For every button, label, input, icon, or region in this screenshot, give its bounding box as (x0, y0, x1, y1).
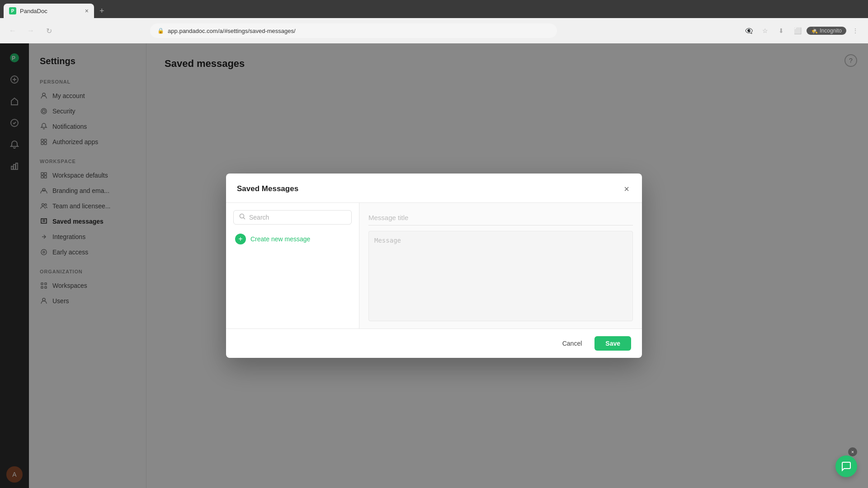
create-new-label: Create new message (250, 235, 310, 243)
incognito-badge: 🕵 Incognito (807, 27, 846, 35)
tab-close-icon[interactable]: × (85, 7, 89, 14)
message-body-textarea[interactable] (368, 231, 633, 321)
svg-point-30 (240, 214, 244, 218)
save-button[interactable]: Save (594, 336, 631, 351)
back-button[interactable]: ← (5, 23, 20, 38)
create-new-message-button[interactable]: + Create new message (233, 230, 352, 248)
browser-nav-bar: ← → ↻ 🔒 app.pandadoc.com/a/#settings/sav… (0, 18, 868, 43)
bookmark-button[interactable]: ☆ (758, 23, 772, 38)
search-box[interactable] (233, 210, 352, 225)
incognito-label: Incognito (820, 28, 842, 34)
modal-header: Saved Messages × (226, 174, 642, 203)
active-tab[interactable]: P PandaDoc × (4, 4, 94, 18)
address-text: app.pandadoc.com/a/#settings/saved-messa… (168, 28, 296, 34)
search-input[interactable] (249, 214, 346, 221)
refresh-button[interactable]: ↻ (42, 23, 56, 38)
incognito-icon: 🕵 (811, 28, 818, 34)
tab-title: PandaDoc (20, 8, 47, 14)
forward-button[interactable]: → (24, 23, 38, 38)
lock-icon: 🔒 (157, 28, 164, 34)
nav-right-controls: 👁‍🗨 ☆ ⬇ ⬜ 🕵 Incognito ⋮ (741, 23, 863, 38)
more-options-button[interactable]: ⋮ (848, 23, 863, 38)
download-button[interactable]: ⬇ (774, 23, 788, 38)
modal-close-button[interactable]: × (622, 183, 631, 195)
modal-body: + Create new message (226, 203, 642, 328)
browser-tabs: P PandaDoc × + (0, 0, 868, 18)
create-plus-icon: + (235, 234, 246, 244)
message-title-input[interactable] (368, 210, 633, 225)
address-bar[interactable]: 🔒 app.pandadoc.com/a/#settings/saved-mes… (150, 23, 557, 38)
cancel-button[interactable]: Cancel (555, 336, 590, 351)
chat-close-button[interactable]: × (848, 447, 857, 456)
hidden-content-button[interactable]: 👁‍🗨 (741, 23, 756, 38)
svg-line-31 (244, 218, 245, 220)
saved-messages-modal: Saved Messages × + Create new message (226, 174, 642, 358)
search-icon (239, 213, 245, 221)
modal-left-panel: + Create new message (226, 203, 359, 328)
modal-footer: Cancel Save (226, 328, 642, 358)
browser-chrome: P PandaDoc × + ← → ↻ 🔒 app.pandadoc.com/… (0, 0, 868, 43)
new-tab-button[interactable]: + (96, 4, 108, 18)
tab-favicon: P (9, 7, 16, 14)
chat-widget-button[interactable] (835, 455, 857, 477)
modal-title: Saved Messages (237, 184, 298, 193)
split-screen-button[interactable]: ⬜ (790, 23, 805, 38)
modal-right-panel (359, 203, 642, 328)
